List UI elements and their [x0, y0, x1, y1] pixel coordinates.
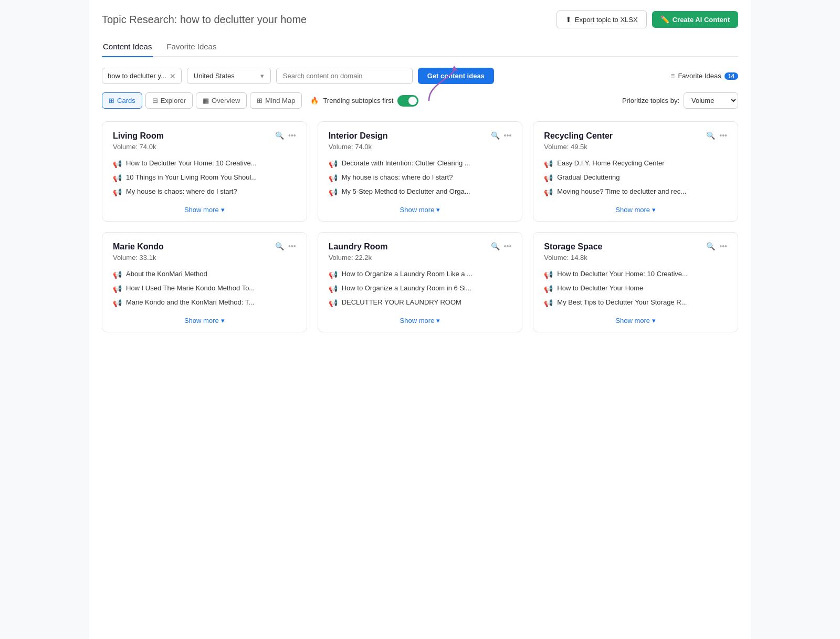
megaphone-icon: 📢: [544, 299, 553, 307]
card-header: Storage Space 🔍 •••: [544, 242, 727, 252]
view-explorer-button[interactable]: ⊟ Explorer: [145, 92, 193, 109]
card-item-text: My house is chaos: where do I start?: [342, 173, 453, 181]
card-items: 📢 How to Declutter Your Home: 10 Creativ…: [544, 270, 727, 307]
view-mindmap-button[interactable]: ⊞ Mind Map: [250, 92, 302, 109]
more-options-icon[interactable]: •••: [288, 242, 296, 250]
card-item: 📢 My house is chaos: where do I start?: [329, 173, 512, 182]
close-icon[interactable]: ✕: [170, 72, 176, 80]
view-overview-button[interactable]: ▦ Overview: [196, 92, 247, 109]
search-icon[interactable]: 🔍: [706, 242, 715, 250]
trending-group: 🔥 Trending subtopics first: [310, 95, 418, 107]
cards-view-icon: ⊞: [109, 97, 114, 104]
card-laundry-room: Laundry Room 🔍 ••• Volume: 22.2k 📢 How t…: [318, 232, 523, 332]
megaphone-icon: 📢: [329, 160, 338, 168]
create-label: Create AI Content: [673, 16, 730, 24]
prioritize-select[interactable]: Volume Efficiency Relevance: [684, 92, 738, 109]
favorite-ideas-button[interactable]: ≡ Favorite Ideas 14: [671, 72, 738, 80]
card-item-text: DECLUTTER YOUR LAUNDRY ROOM: [342, 298, 461, 306]
megaphone-icon: 📢: [329, 285, 338, 293]
search-icon[interactable]: 🔍: [706, 131, 715, 140]
card-item: 📢 How to Declutter Your Home: 10 Creativ…: [544, 270, 727, 279]
card-item: 📢 10 Things in Your Living Room You Shou…: [113, 173, 296, 182]
megaphone-icon: 📢: [544, 160, 553, 168]
get-content-ideas-button[interactable]: Get content ideas: [418, 68, 494, 84]
megaphone-icon: 📢: [113, 188, 122, 196]
card-title: Living Room: [113, 131, 164, 141]
tab-content-ideas[interactable]: Content Ideas: [102, 37, 153, 57]
card-items: 📢 About the KonMari Method 📢 How I Used …: [113, 270, 296, 307]
view-cards-button[interactable]: ⊞ Cards: [102, 92, 142, 109]
card-volume: Volume: 74.0k: [113, 143, 296, 151]
card-item-text: Moving house? Time to declutter and rec.…: [557, 187, 686, 195]
explorer-view-icon: ⊟: [152, 97, 158, 104]
search-icon[interactable]: 🔍: [275, 131, 284, 140]
trending-toggle[interactable]: [397, 95, 418, 107]
card-item-text: My Best Tips to Declutter Your Storage R…: [557, 298, 687, 306]
show-more-button[interactable]: Show more ▾: [113, 317, 296, 324]
card-title: Marie Kondo: [113, 242, 164, 252]
create-ai-button[interactable]: ✏️ Create AI Content: [652, 11, 738, 28]
card-actions: 🔍 •••: [275, 131, 296, 140]
more-options-icon[interactable]: •••: [719, 242, 727, 250]
card-volume: Volume: 33.1k: [113, 254, 296, 261]
card-volume: Volume: 74.0k: [329, 143, 512, 151]
card-item-text: How to Declutter Your Home: [557, 284, 643, 292]
card-item: 📢 How to Declutter Your Home: [544, 284, 727, 293]
more-options-icon[interactable]: •••: [719, 131, 727, 140]
chevron-down-icon: ▾: [260, 72, 264, 80]
card-actions: 🔍 •••: [706, 242, 727, 250]
card-marie-kondo: Marie Kondo 🔍 ••• Volume: 33.1k 📢 About …: [102, 232, 307, 332]
card-item: 📢 How to Organize a Laundry Room Like a …: [329, 270, 512, 279]
card-item: 📢 My Best Tips to Declutter Your Storage…: [544, 298, 727, 307]
show-more-button[interactable]: Show more ▾: [544, 317, 727, 324]
show-more-button[interactable]: Show more ▾: [544, 206, 727, 214]
tab-favorite-ideas[interactable]: Favorite Ideas: [165, 37, 217, 57]
title-static: Topic Research:: [102, 14, 177, 25]
country-label: United States: [194, 72, 235, 80]
mindmap-view-icon: ⊞: [257, 97, 262, 104]
megaphone-icon: 📢: [329, 188, 338, 196]
card-items: 📢 How to Declutter Your Home: 10 Creativ…: [113, 159, 296, 196]
megaphone-icon: 📢: [544, 188, 553, 196]
search-icon[interactable]: 🔍: [491, 242, 500, 250]
country-dropdown[interactable]: United States ▾: [187, 68, 271, 84]
more-options-icon[interactable]: •••: [504, 131, 512, 140]
title-dynamic: how to declutter your home: [180, 14, 307, 25]
card-header: Interior Design 🔍 •••: [329, 131, 512, 141]
edit-icon: ✏️: [660, 15, 669, 24]
megaphone-icon: 📢: [544, 174, 553, 182]
card-title: Storage Space: [544, 242, 602, 252]
card-items: 📢 Easy D.I.Y. Home Recycling Center 📢 Gr…: [544, 159, 727, 196]
card-item: 📢 Easy D.I.Y. Home Recycling Center: [544, 159, 727, 168]
header-actions: ⬆ Export topic to XLSX ✏️ Create AI Cont…: [556, 11, 738, 28]
search-icon[interactable]: 🔍: [491, 131, 500, 140]
card-item-text: My house is chaos: where do I start?: [126, 187, 237, 195]
card-item: 📢 How to Organize a Laundry Room in 6 Si…: [329, 284, 512, 293]
search-icon[interactable]: 🔍: [275, 242, 284, 250]
megaphone-icon: 📢: [113, 174, 122, 182]
main-tabs: Content Ideas Favorite Ideas: [102, 37, 738, 57]
card-item: 📢 DECLUTTER YOUR LAUNDRY ROOM: [329, 298, 512, 307]
search-toolbar: how to declutter y... ✕ United States ▾ …: [102, 68, 738, 84]
card-recycling-center: Recycling Center 🔍 ••• Volume: 49.5k 📢 E…: [533, 121, 738, 222]
search-domain-input[interactable]: [276, 68, 413, 84]
card-item-text: How to Declutter Your Home: 10 Creative.…: [126, 159, 257, 167]
export-button[interactable]: ⬆ Export topic to XLSX: [556, 11, 647, 28]
more-options-icon[interactable]: •••: [288, 131, 296, 140]
overview-view-icon: ▦: [203, 97, 209, 104]
show-more-button[interactable]: Show more ▾: [113, 206, 296, 214]
favorite-count-badge: 14: [724, 72, 738, 80]
card-title: Interior Design: [329, 131, 388, 141]
export-label: Export topic to XLSX: [575, 16, 638, 24]
card-header: Laundry Room 🔍 •••: [329, 242, 512, 252]
list-icon: ≡: [671, 72, 675, 80]
search-tag[interactable]: how to declutter y... ✕: [102, 68, 182, 84]
card-item-text: How to Organize a Laundry Room in 6 Si..…: [342, 284, 471, 292]
card-item: 📢 My 5-Step Method to Declutter and Orga…: [329, 187, 512, 196]
card-title: Recycling Center: [544, 131, 613, 141]
show-more-button[interactable]: Show more ▾: [329, 317, 512, 324]
show-more-button[interactable]: Show more ▾: [329, 206, 512, 214]
more-options-icon[interactable]: •••: [504, 242, 512, 250]
megaphone-icon: 📢: [544, 270, 553, 279]
card-item: 📢 How to Declutter Your Home: 10 Creativ…: [113, 159, 296, 168]
